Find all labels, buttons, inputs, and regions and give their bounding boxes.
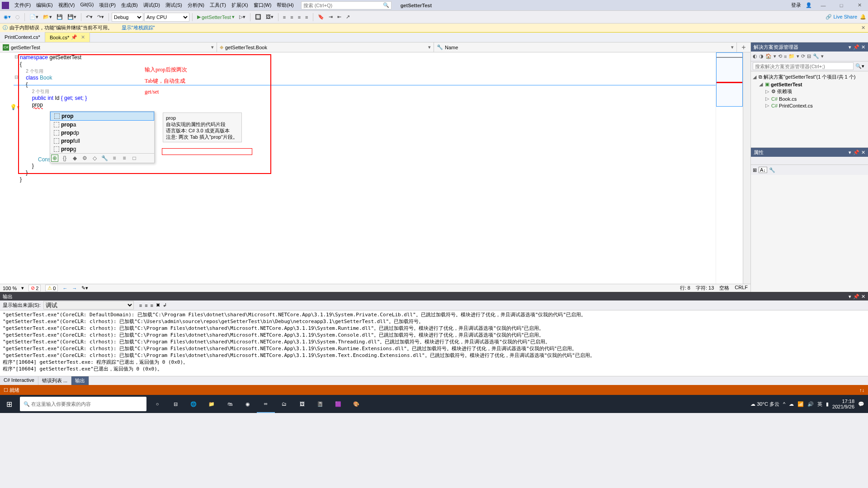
- step2-icon[interactable]: ⇤: [335, 13, 343, 21]
- start-debug-button[interactable]: ▶ getSetterTest ▾: [195, 13, 236, 21]
- search-icon[interactable]: 🔍▾: [854, 62, 866, 70]
- intellisense-item[interactable]: propg: [50, 145, 154, 153]
- weather-widget[interactable]: ☁ 30°C 多云: [750, 401, 779, 408]
- dropdown-icon[interactable]: ▾: [849, 294, 851, 300]
- pin-icon[interactable]: 📌: [71, 34, 77, 40]
- tab-book[interactable]: Book.cs*📌✕: [45, 32, 90, 42]
- clock[interactable]: 17:182021/9/26: [832, 399, 854, 409]
- app-icon[interactable]: 🟪: [329, 395, 347, 413]
- clear-icon[interactable]: ✖: [156, 302, 160, 308]
- menu-item[interactable]: 调试(D): [141, 0, 163, 10]
- menu-item[interactable]: 分析(N): [185, 0, 207, 10]
- nav-next-button[interactable]: →: [72, 286, 77, 291]
- nav-project[interactable]: C#getSetterTest▾: [0, 42, 217, 52]
- filter-icon[interactable]: 🔧: [101, 155, 108, 162]
- output-header[interactable]: 输出 ▾📌✕: [0, 292, 868, 300]
- chrome-icon[interactable]: ◉: [239, 395, 257, 413]
- solution-tree[interactable]: ◢⧉解决方案"getSetterTest"(1 个项目/共 1 个) ◢▣get…: [751, 71, 868, 147]
- solution-node[interactable]: ◢⧉解决方案"getSetterTest"(1 个项目/共 1 个): [753, 73, 866, 81]
- output-body[interactable]: "getSetterTest.exe"(CoreCLR: DefaultDoma…: [0, 310, 868, 376]
- tb-icon-1[interactable]: 🔲: [253, 13, 263, 21]
- save-all-button[interactable]: 💾▾: [66, 13, 78, 21]
- wrench-icon[interactable]: 🔧: [769, 167, 775, 173]
- collapse-icon[interactable]: ⊟: [807, 53, 811, 59]
- dropdown-icon[interactable]: ▾: [849, 44, 851, 50]
- menu-item[interactable]: Git(G): [77, 0, 96, 10]
- quick-launch[interactable]: 🔍: [301, 1, 392, 9]
- error-count[interactable]: ⊘2: [28, 285, 41, 291]
- filter-button[interactable]: ✎▾: [81, 285, 88, 291]
- vs-icon[interactable]: ∞: [257, 395, 275, 413]
- show-all-icon[interactable]: 📁: [788, 53, 795, 59]
- menu-item[interactable]: 测试(S): [163, 0, 185, 10]
- menu-item[interactable]: 工具(T): [207, 0, 229, 10]
- split-button[interactable]: +: [737, 42, 750, 52]
- close-icon[interactable]: ✕: [861, 294, 865, 300]
- intellisense-item[interactable]: propdp: [50, 129, 154, 137]
- wrap-icon[interactable]: ↲: [163, 302, 167, 308]
- intellisense-item[interactable]: propa: [50, 121, 154, 129]
- menu-item[interactable]: 窗口(W): [251, 0, 274, 10]
- step3-icon[interactable]: ↗: [344, 13, 352, 21]
- tab-output[interactable]: 输出: [71, 376, 89, 385]
- tray-chevron-icon[interactable]: ^: [783, 401, 785, 407]
- taskbar-search[interactable]: 🔍 在这里输入你要搜索的内容: [20, 397, 146, 411]
- ime-indicator[interactable]: 英: [817, 401, 822, 408]
- solution-search-input[interactable]: [753, 62, 854, 70]
- sync-icon[interactable]: ⟲: [778, 53, 782, 59]
- filter-icon[interactable]: ◇: [91, 155, 98, 162]
- outdent-icon[interactable]: ≡: [288, 14, 295, 21]
- prev-icon[interactable]: ≡: [145, 303, 147, 308]
- open-button[interactable]: 📂▾: [41, 13, 54, 21]
- close-icon[interactable]: ✕: [861, 150, 865, 155]
- notifications-icon[interactable]: 🔔: [860, 14, 866, 20]
- target-icon[interactable]: ⊕: [51, 155, 58, 162]
- properties-header[interactable]: 属性 ▾📌✕: [751, 148, 868, 157]
- close-icon[interactable]: ✕: [861, 44, 865, 50]
- fold-icon[interactable]: ⊟: [14, 54, 18, 59]
- filter-icon[interactable]: {}: [61, 155, 68, 162]
- app-icon[interactable]: 🎨: [347, 395, 365, 413]
- indent-icon[interactable]: ≡: [281, 14, 288, 21]
- config-dropdown[interactable]: Debug: [112, 13, 143, 22]
- comment-icon[interactable]: ≡: [296, 14, 302, 21]
- app-icon[interactable]: 🗂: [275, 395, 293, 413]
- nav-member[interactable]: 🔧Name▾: [434, 42, 737, 52]
- onedrive-icon[interactable]: ☁: [789, 401, 794, 407]
- tab-csharp-interactive[interactable]: C# Interactive: [0, 376, 38, 385]
- code-editor[interactable]: ⊟ ⊟ 💡▾ namespace getSetterTest { 2 个引用 c…: [0, 52, 716, 284]
- menu-item[interactable]: 帮助(H): [274, 0, 296, 10]
- file-node[interactable]: ▷C#Book.cs: [753, 95, 866, 102]
- menu-item[interactable]: 文件(F): [12, 0, 33, 10]
- menu-item[interactable]: 扩展(X): [229, 0, 251, 10]
- next-icon[interactable]: ≡: [151, 303, 153, 308]
- minimize-button[interactable]: —: [816, 3, 830, 8]
- bookmark-icon[interactable]: 🔖: [316, 13, 326, 21]
- close-button[interactable]: ✕: [853, 2, 866, 8]
- cortana-icon[interactable]: ○: [148, 395, 166, 413]
- fold-icon[interactable]: ⊟: [14, 75, 18, 80]
- code-minimap[interactable]: [716, 52, 743, 284]
- solution-explorer-header[interactable]: 解决方案资源管理器 ▾📌✕: [751, 42, 868, 52]
- dropdown-icon[interactable]: ▾: [849, 150, 851, 155]
- start-button[interactable]: ⊞: [0, 395, 18, 413]
- nav-type[interactable]: ◆getSetterTest.Book▾: [217, 42, 434, 52]
- forward-button[interactable]: ◌: [14, 13, 22, 21]
- refresh-icon[interactable]: ⟳: [801, 53, 805, 59]
- filter-icon[interactable]: ≡: [111, 155, 118, 162]
- uncomment-icon[interactable]: ≡: [303, 14, 310, 21]
- intellisense-item[interactable]: propfull: [50, 137, 154, 145]
- back-icon[interactable]: ◐: [753, 53, 757, 59]
- fwd-icon[interactable]: ◑: [759, 53, 764, 59]
- properties-icon[interactable]: 🔧: [813, 53, 819, 59]
- alpha-icon[interactable]: A↓: [759, 167, 767, 173]
- undo-button[interactable]: ↶▾: [84, 13, 94, 21]
- live-share-button[interactable]: 🔗 Live Share: [826, 14, 857, 20]
- project-node[interactable]: ◢▣getSetterTest: [753, 81, 866, 88]
- notifications-icon[interactable]: 💬: [858, 401, 864, 407]
- categorize-icon[interactable]: ⊞: [753, 167, 757, 173]
- home-icon[interactable]: 🏠: [765, 53, 772, 59]
- zoom-dropdown-icon[interactable]: ▾: [21, 285, 24, 291]
- task-view-icon[interactable]: ⊟: [166, 395, 184, 413]
- scrollbar[interactable]: [743, 52, 750, 284]
